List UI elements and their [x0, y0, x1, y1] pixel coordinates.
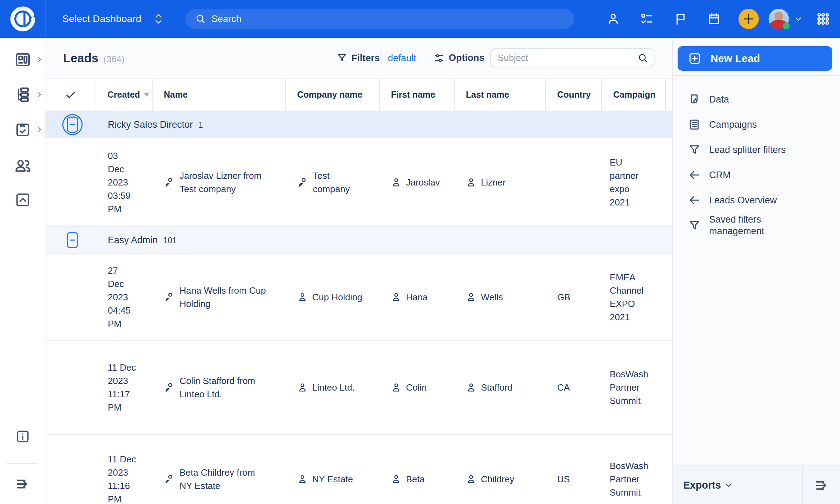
subject-search[interactable]: [490, 48, 654, 68]
column-header-company[interactable]: Company name: [286, 79, 380, 111]
dashboard-selector[interactable]: Select Dashboard: [62, 0, 164, 38]
group-count: 1: [198, 120, 203, 130]
last-name-cell[interactable]: Stafford: [455, 341, 546, 434]
calendar-icon[interactable]: [697, 0, 731, 38]
created-cell: 27 Dec 2023 04:45 PM: [96, 254, 153, 340]
campaigns-icon: [688, 118, 701, 131]
panel-divider: [673, 75, 840, 76]
last-name-cell[interactable]: Wells: [455, 254, 546, 340]
sidebar-item-tasks[interactable]: [0, 121, 46, 138]
first-name-cell[interactable]: Beta: [380, 435, 455, 504]
checklist-icon[interactable]: [630, 0, 664, 38]
company-cell[interactable]: NY Estate: [286, 435, 380, 504]
expand-sidebar-button[interactable]: [0, 476, 46, 492]
group-row[interactable]: Ricky Sales Director 1: [46, 111, 672, 138]
first-name-cell[interactable]: Jaroslav: [380, 138, 455, 226]
table-header: Created Name Company name First name Las…: [46, 79, 672, 111]
global-search[interactable]: [186, 9, 574, 29]
group-row[interactable]: Easy Admin 101: [46, 227, 672, 254]
table-row[interactable]: 11 Dec 2023 11:16 PM Beta Childrey from …: [46, 435, 672, 504]
active-filter-link[interactable]: default: [388, 52, 416, 63]
sidebar-item-projects[interactable]: [0, 86, 46, 103]
menu-item-data[interactable]: Data: [673, 87, 840, 112]
active-filter-label: default: [388, 52, 416, 63]
last-name-cell[interactable]: Childrey: [455, 435, 546, 504]
topbar: Select Dashboard: [0, 0, 840, 38]
table-row[interactable]: 27 Dec 2023 04:45 PM Hana Wells from Cup…: [46, 254, 672, 341]
menu-item-crm[interactable]: CRM: [673, 162, 840, 188]
row-select-cell[interactable]: [46, 435, 96, 504]
filters-button[interactable]: Filters: [337, 52, 380, 63]
filters-label: Filters: [351, 52, 380, 63]
flag-icon[interactable]: [664, 0, 697, 38]
left-sidebar: [0, 38, 46, 504]
user-icon[interactable]: [596, 0, 630, 38]
column-header-country[interactable]: Country: [546, 79, 602, 111]
lead-person-icon: [164, 382, 175, 393]
company-cell[interactable]: Linteo Ltd.: [286, 341, 380, 434]
topbar-divider: [46, 0, 46, 38]
person-icon: [297, 382, 308, 393]
collapse-panel-button[interactable]: [803, 466, 840, 504]
sidebar-item-dashboards[interactable]: [0, 51, 46, 68]
search-input[interactable]: [211, 14, 569, 24]
collapse-group-button[interactable]: [67, 232, 78, 248]
sidebar-item-users[interactable]: [0, 157, 46, 174]
row-select-cell[interactable]: [46, 254, 96, 340]
options-button[interactable]: Options: [433, 52, 484, 64]
name-cell[interactable]: Jaroslav Lizner from Test company: [153, 138, 286, 226]
menu-item-campaigns[interactable]: Campaigns: [673, 112, 840, 137]
company-cell[interactable]: Cup Holding: [286, 254, 380, 340]
apps-grid-icon[interactable]: [806, 0, 840, 38]
person-icon: [391, 474, 401, 484]
subject-input[interactable]: [498, 52, 638, 63]
name-cell[interactable]: Beta Childrey from NY Estate: [153, 435, 286, 504]
last-name-cell[interactable]: Lizner: [455, 138, 546, 226]
lead-person-icon: [164, 474, 175, 485]
company-cell[interactable]: Test company: [286, 138, 380, 226]
person-icon: [466, 382, 476, 393]
add-icon[interactable]: [738, 9, 759, 29]
name-cell[interactable]: Colin Stafford from Linteo Ltd.: [153, 341, 286, 434]
table-row[interactable]: 03 Dec 2023 03:59 PM Jaroslav Lizner fro…: [46, 138, 672, 227]
group-name: Ricky Sales Director: [108, 119, 193, 130]
minus-icon: [67, 117, 78, 133]
menu-item-leads-overview[interactable]: Leads Overview: [673, 188, 840, 213]
person-icon: [391, 292, 401, 302]
person-icon: [297, 292, 308, 302]
first-name-cell[interactable]: Colin: [380, 341, 455, 434]
country-cell: GB: [546, 254, 602, 340]
row-select-cell[interactable]: [46, 341, 96, 434]
menu-item-lead-splitter-filters[interactable]: Lead splitter filters: [673, 137, 840, 162]
group-name: Easy Admin: [108, 235, 158, 246]
easy-project-logo-icon: [8, 4, 37, 34]
select-all-header[interactable]: [46, 79, 96, 111]
chevron-down-icon[interactable]: [794, 14, 803, 23]
column-header-created[interactable]: Created: [96, 79, 153, 111]
column-header-last-name[interactable]: Last name: [455, 79, 546, 111]
menu-item-saved-filters-management[interactable]: Saved filters management: [673, 213, 840, 238]
sidebar-item-archive[interactable]: [0, 192, 46, 208]
expand-rail-icon: [15, 476, 31, 492]
chevron-right-icon: [36, 91, 42, 98]
column-header-first-name[interactable]: First name: [380, 79, 455, 111]
exports-button[interactable]: Exports: [683, 479, 733, 491]
app-logo[interactable]: [0, 0, 46, 38]
arrow-left-icon: [688, 169, 701, 181]
user-avatar[interactable]: [769, 9, 789, 29]
name-cell[interactable]: Hana Wells from Cup Holding: [153, 254, 286, 340]
sidebar-info-button[interactable]: [0, 429, 46, 444]
row-select-cell[interactable]: [46, 138, 96, 226]
first-name-cell[interactable]: Hana: [380, 254, 455, 340]
funnel-icon: [688, 219, 701, 232]
new-lead-button[interactable]: New Lead: [678, 46, 832, 71]
table-row[interactable]: 11 Dec 2023 11:17 PM Colin Stafford from…: [46, 341, 672, 435]
column-header-campaign[interactable]: Campaign: [602, 79, 666, 111]
plus-square-icon: [688, 52, 701, 65]
column-header-name[interactable]: Name: [153, 79, 286, 111]
collapse-group-button[interactable]: [62, 114, 83, 135]
divider: [382, 52, 382, 64]
users-icon: [14, 157, 31, 174]
country-cell: [546, 138, 602, 226]
sliders-icon: [433, 52, 444, 64]
